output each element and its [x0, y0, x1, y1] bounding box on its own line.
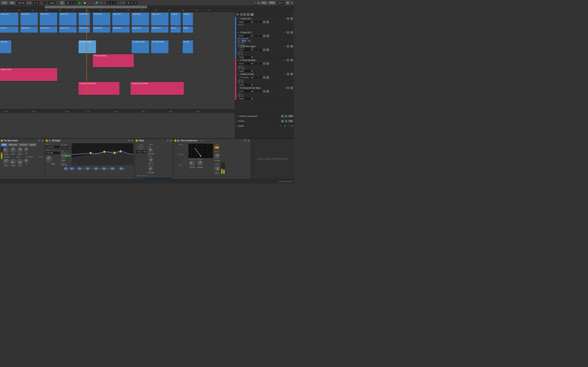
eq-freq-value[interactable]: 3.52 kHz — [46, 146, 60, 149]
glue-dry-wet-knob[interactable] — [213, 165, 221, 173]
track-s-2[interactable]: S — [263, 34, 266, 37]
track-rec-6[interactable]: C — [290, 86, 293, 89]
track-master-6[interactable]: Master — [237, 97, 254, 100]
track-c-5[interactable]: C — [266, 76, 269, 79]
track-mute-3[interactable] — [284, 46, 286, 47]
filter-tab-res[interactable]: Filter Res — [8, 143, 18, 146]
track-s-4[interactable]: S — [263, 62, 266, 65]
time-knob[interactable] — [9, 158, 17, 165]
in-btn-2[interactable]: In — [237, 40, 241, 42]
track-solo-2[interactable]: S — [286, 31, 289, 34]
track-rec-2[interactable]: C — [290, 31, 293, 34]
add-button[interactable]: + — [60, 1, 64, 5]
sample-rate[interactable]: 48 . 0 . 0 — [126, 1, 137, 5]
track-rec-5[interactable]: C — [290, 73, 293, 75]
track-clip[interactable]: Drum Kit 1 — [59, 13, 77, 25]
track-clip[interactable]: Drum Kit 1 — [40, 13, 57, 25]
utility-close-btn[interactable]: ⊞ — [170, 140, 172, 142]
pencil-button[interactable]: ✎ — [246, 13, 250, 16]
filter-tab-filter[interactable]: Filter — [1, 143, 7, 146]
utility-gain-knob[interactable] — [148, 148, 153, 152]
play-button[interactable]: ▶ — [78, 1, 82, 5]
glue-makeup-knob[interactable] — [196, 159, 204, 167]
tap-button[interactable]: Tap — [9, 1, 15, 4]
track-c-4[interactable]: C — [266, 62, 269, 65]
track-lane-3[interactable]: Oxi Bas Oxi Bass Rack Oxi Bass Rack Oxi … — [0, 40, 235, 54]
track-clip[interactable]: Drum Kit 1 — [79, 13, 90, 25]
stop-button[interactable]: ■ — [83, 1, 86, 5]
track-vol-1[interactable]: 1 — [254, 21, 262, 24]
track-s-1[interactable]: S — [263, 21, 266, 24]
track-vol-6[interactable]: 6 — [254, 90, 262, 93]
track-rec-3[interactable]: C — [290, 45, 293, 48]
track-clip[interactable]: Drum Kit 2 — [79, 26, 90, 33]
track-rec-4[interactable]: C — [290, 59, 293, 62]
minus-button[interactable]: − — [240, 13, 243, 16]
glue-soft-btn[interactable]: Soft — [215, 146, 219, 149]
track-clip[interactable]: Drum Kit 1 — [0, 13, 18, 25]
time-position[interactable]: 1 . 1 . 1 — [107, 1, 117, 5]
track-route-5[interactable]: All Channels — [237, 76, 254, 79]
track-vol-5[interactable]: 5 — [254, 76, 262, 79]
eq-display[interactable]: 100 1k 10k 12 0 -12 — [72, 143, 134, 166]
track-c-2[interactable]: C — [266, 34, 269, 37]
return-b-post[interactable]: Post — [288, 120, 293, 122]
track-clip[interactable]: Drum Kit 2 — [59, 26, 77, 33]
track-vol-4[interactable]: 4 — [254, 62, 262, 65]
eq-band-8[interactable] — [120, 167, 123, 170]
time-sig[interactable]: 4 / 4 — [33, 1, 39, 5]
track-clip[interactable]: Drum Kit 2 — [132, 26, 149, 33]
collapse-1[interactable]: ▼ — [237, 17, 240, 20]
track-s-5[interactable]: S — [263, 76, 266, 79]
glue-power-btn[interactable] — [174, 140, 176, 142]
track-route-2[interactable]: All Ins — [237, 34, 254, 38]
track-mute-5[interactable] — [284, 74, 286, 75]
eq-mode-select[interactable]: Stereo — [61, 147, 71, 150]
metronome-icon[interactable]: ⧖ — [99, 1, 103, 4]
eq-band-3[interactable] — [78, 167, 81, 170]
return-a-s[interactable]: S — [285, 115, 287, 118]
track-clip[interactable]: Drum K — [183, 13, 193, 25]
track-vol-2[interactable]: 2 — [254, 34, 262, 37]
master-route[interactable]: 1/2 — [278, 124, 286, 128]
filter-freq-knob[interactable] — [2, 146, 10, 154]
filter-res-knob[interactable] — [10, 147, 16, 153]
track-clip[interactable]: Crossover Syn Bass — [131, 82, 184, 95]
track-c-3[interactable]: C — [266, 48, 269, 51]
utility-stereo-btn[interactable]: Stereo — [141, 174, 148, 177]
eq-band-4[interactable] — [86, 167, 89, 170]
track-lane-6[interactable]: Crossover Syn Bass Crossover Syn Bass — [0, 82, 235, 95]
off-btn-2[interactable]: Off — [247, 40, 251, 42]
track-vol-3[interactable]: 3 — [254, 48, 262, 51]
return-b-s[interactable]: S — [285, 120, 287, 123]
track-route-3[interactable]: All Ins — [237, 48, 254, 51]
lfo-rate-knob[interactable] — [16, 158, 24, 165]
glue-range-knob[interactable] — [213, 152, 221, 160]
oxi-settings-btn[interactable]: ⚙ — [38, 140, 40, 142]
track-clip[interactable]: Drum Kit 2 — [40, 26, 57, 33]
track-clip[interactable]: Drum Kit 2 — [151, 26, 168, 33]
track-c-1[interactable]: C — [266, 21, 269, 24]
track-clip[interactable]: Drum — [171, 26, 181, 33]
track-clip[interactable]: Drum Kit 1 — [132, 13, 149, 25]
track-route-6[interactable]: All Ins — [237, 90, 254, 93]
utility-power-btn[interactable] — [136, 140, 138, 142]
timeline-thumb[interactable] — [45, 6, 147, 8]
transient-knob[interactable] — [3, 159, 9, 164]
track-clip[interactable]: Drum Kit 2 — [20, 26, 38, 33]
track-s-6[interactable]: S — [263, 90, 266, 93]
oxi-close-btn[interactable]: ⊞ — [41, 140, 44, 142]
eq-band-7[interactable] — [111, 167, 114, 170]
track-clip[interactable]: Drum Kit 1 — [112, 13, 130, 25]
oxi-power-btn[interactable] — [1, 140, 3, 142]
collapse-3[interactable]: ▼ — [237, 45, 240, 48]
track-clip[interactable]: Crossover Syn Bass — [79, 82, 120, 95]
track-clip[interactable]: Drum — [183, 26, 193, 33]
collapse-2[interactable]: ▼ — [237, 31, 240, 34]
track-solo-6[interactable]: S — [286, 86, 289, 89]
track-solo-3[interactable]: S — [286, 45, 289, 48]
auto-btn-2[interactable]: Auto — [241, 40, 246, 42]
glue-settings-btn[interactable]: ⚙ — [244, 140, 247, 142]
track-clip[interactable]: Drum Kit 1 — [20, 13, 38, 25]
track-clip[interactable]: Drum Kit 1 — [93, 13, 110, 25]
